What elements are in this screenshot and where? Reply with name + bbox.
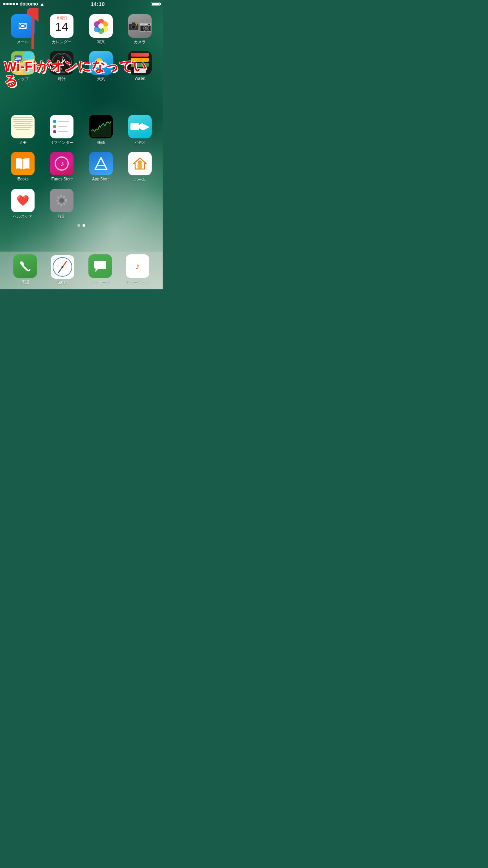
app-grid-row5: ❤️ ヘルスケア 設定 bbox=[5, 187, 158, 221]
app-video[interactable]: ビデオ bbox=[122, 115, 158, 145]
dock-messages-icon bbox=[88, 254, 112, 278]
wifi-icon: ▲ bbox=[40, 1, 45, 7]
page-indicator bbox=[5, 221, 158, 228]
dock-music-label: ミュージック bbox=[126, 280, 149, 285]
home-app-icon bbox=[128, 152, 152, 175]
health-icon: ❤️ bbox=[11, 189, 35, 212]
app-memo[interactable]: メモ bbox=[5, 115, 41, 145]
svg-rect-44 bbox=[138, 164, 142, 169]
carrier-label: docomo bbox=[20, 1, 38, 7]
dock-messages-label: メッセージ bbox=[90, 280, 110, 285]
signal-dot bbox=[3, 3, 6, 5]
video-icon bbox=[128, 115, 152, 138]
svg-point-12 bbox=[133, 26, 135, 28]
app-photos[interactable]: 写真 bbox=[83, 14, 119, 45]
settings-icon bbox=[50, 189, 73, 212]
wifi-annotation-text: Wi-Fiがオンになっている bbox=[5, 59, 158, 88]
video-label: ビデオ bbox=[134, 140, 146, 145]
svg-point-45 bbox=[138, 160, 142, 164]
svg-point-54 bbox=[62, 266, 64, 268]
dock-music-icon: ♪ bbox=[126, 254, 149, 278]
stocks-label: 株価 bbox=[97, 140, 105, 145]
status-bar: docomo ▲ 14:10 bbox=[0, 0, 163, 8]
calendar-label: カレンダー bbox=[52, 39, 72, 45]
signal-dot bbox=[16, 3, 18, 5]
app-grid-row3: メモ リマインダ bbox=[5, 113, 158, 147]
dock-phone-label: 電話 bbox=[21, 280, 29, 285]
app-ibooks[interactable]: iBooks bbox=[5, 152, 41, 182]
dock: 電話 Safari メッセージ bbox=[0, 252, 163, 289]
itunes-note: ♪ bbox=[60, 159, 64, 168]
signal-strength bbox=[3, 3, 18, 5]
itunes-icon: ♪ bbox=[50, 152, 73, 175]
dock-messages[interactable]: メッセージ bbox=[88, 254, 112, 285]
home-screen: メール 月曜日 14 カレンダー bbox=[0, 8, 163, 289]
appstore-label: App Store bbox=[92, 177, 110, 181]
battery-indicator bbox=[151, 2, 160, 6]
svg-point-46 bbox=[59, 198, 64, 203]
dock-safari-icon bbox=[51, 255, 74, 279]
time-display: 14:10 bbox=[91, 1, 105, 7]
ibooks-label: iBooks bbox=[17, 177, 29, 181]
svg-point-14 bbox=[136, 24, 138, 26]
camera-icon bbox=[128, 14, 152, 38]
arrow-annotation bbox=[27, 8, 39, 51]
stocks-icon bbox=[89, 115, 113, 138]
app-grid-row4: iBooks ♪ iTunes Store bbox=[5, 150, 158, 184]
app-reminders[interactable]: リマインダー bbox=[44, 115, 80, 145]
dock-safari[interactable]: Safari bbox=[51, 255, 74, 285]
app-settings[interactable]: 設定 bbox=[44, 189, 80, 219]
app-camera[interactable]: カメラ bbox=[122, 14, 158, 45]
home-app-label: ホーム bbox=[134, 177, 146, 182]
dock-safari-label: Safari bbox=[57, 280, 68, 285]
dock-music[interactable]: ♪ ミュージック bbox=[126, 254, 149, 285]
svg-point-8 bbox=[98, 23, 104, 29]
health-label: ヘルスケア bbox=[13, 214, 33, 219]
app-appstore[interactable]: App Store bbox=[83, 152, 119, 182]
reminders-label: リマインダー bbox=[50, 140, 73, 145]
app-itunes[interactable]: ♪ iTunes Store bbox=[44, 152, 80, 182]
health-heart-icon: ❤️ bbox=[17, 195, 29, 207]
svg-rect-18 bbox=[23, 51, 34, 59]
app-stocks[interactable]: 株価 bbox=[83, 115, 119, 145]
status-left: docomo ▲ bbox=[3, 1, 45, 7]
photos-icon bbox=[89, 14, 113, 38]
page-dot-2 bbox=[83, 224, 85, 227]
svg-text:12: 12 bbox=[61, 55, 63, 58]
signal-dot bbox=[9, 3, 12, 5]
dock-phone[interactable]: 電話 bbox=[13, 254, 37, 285]
battery-fill bbox=[152, 3, 159, 6]
signal-dot bbox=[13, 3, 15, 5]
ibooks-icon bbox=[11, 152, 35, 175]
app-calendar[interactable]: 月曜日 14 カレンダー bbox=[44, 14, 80, 45]
itunes-label: iTunes Store bbox=[51, 177, 73, 181]
memo-icon bbox=[11, 115, 35, 138]
dock-phone-icon bbox=[13, 254, 37, 278]
app-health[interactable]: ❤️ ヘルスケア bbox=[5, 189, 41, 219]
photos-label: 写真 bbox=[97, 39, 105, 45]
reminders-icon bbox=[50, 115, 73, 138]
settings-label: 設定 bbox=[58, 214, 66, 219]
app-home-app[interactable]: ホーム bbox=[122, 152, 158, 182]
svg-text:♪: ♪ bbox=[135, 261, 140, 271]
page-dot-1 bbox=[77, 224, 80, 227]
svg-marker-40 bbox=[139, 123, 143, 131]
memo-label: メモ bbox=[19, 140, 27, 145]
signal-dot bbox=[6, 3, 9, 5]
calendar-date: 14 bbox=[55, 21, 68, 33]
calendar-icon: 月曜日 14 bbox=[50, 14, 73, 38]
svg-rect-13 bbox=[132, 22, 136, 24]
svg-rect-39 bbox=[130, 123, 139, 130]
status-right bbox=[151, 2, 160, 6]
camera-label: カメラ bbox=[134, 39, 146, 45]
itunes-circle: ♪ bbox=[55, 156, 69, 171]
appstore-icon bbox=[89, 152, 113, 175]
